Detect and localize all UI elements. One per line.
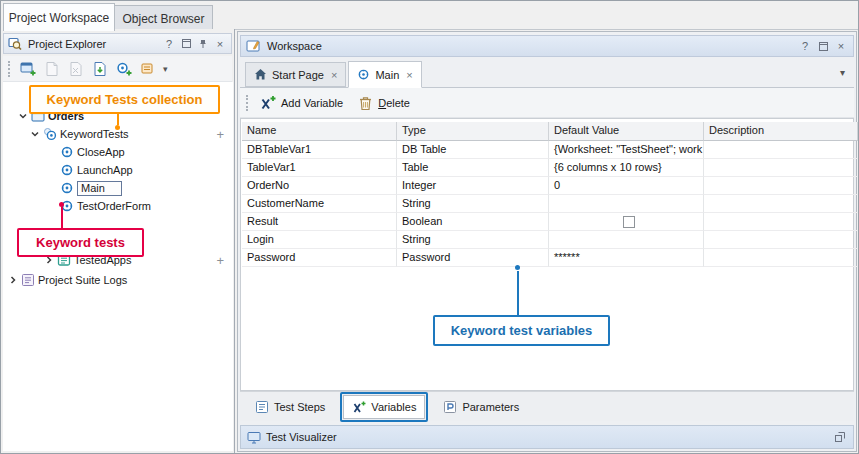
chevron-down-icon[interactable] (18, 111, 28, 121)
cell-description[interactable] (704, 141, 858, 159)
cell-default-value[interactable]: ****** (549, 249, 704, 267)
collection-callout: Keyword Tests collection (29, 85, 220, 114)
tab-start-page[interactable]: Start Page × (245, 62, 346, 87)
page-tabbar: Test Steps Variables Parameters (240, 391, 854, 421)
cell-default-value[interactable] (549, 195, 704, 213)
column-header-type: Type (397, 122, 549, 141)
cell-name[interactable]: CustomerName (242, 195, 397, 213)
add-tested-app-button[interactable]: + (216, 254, 224, 267)
cell-description[interactable] (704, 177, 858, 195)
tab-list-dropdown-icon[interactable]: ▾ (840, 67, 845, 78)
main-tabbar: Project Workspace Object Browser (1, 1, 858, 30)
tab-test-steps[interactable]: Test Steps (246, 395, 334, 419)
tab-variables[interactable]: Variables (343, 395, 425, 419)
cell-name[interactable]: TableVar1 (242, 159, 397, 177)
project-explorer-header: Project Explorer ? × (3, 33, 232, 54)
cell-type[interactable]: DB Table (397, 141, 549, 159)
close-icon[interactable]: × (834, 39, 848, 53)
close-tab-icon[interactable]: × (406, 69, 412, 81)
project-explorer-title: Project Explorer (28, 38, 159, 50)
toolbar-grip[interactable] (246, 95, 249, 111)
cell-type[interactable]: Table (397, 159, 549, 177)
variables-callout: Keyword test variables (433, 315, 610, 346)
tab-label: Variables (371, 401, 416, 413)
cell-default-value[interactable] (549, 231, 704, 249)
keyword-test-icon (60, 181, 74, 195)
float-window-icon[interactable] (833, 430, 847, 444)
tree-node-testorderform[interactable]: TestOrderForm (3, 197, 231, 215)
cell-description[interactable] (704, 195, 858, 213)
cell-name[interactable]: Login (242, 231, 397, 249)
cell-type[interactable]: Password (397, 249, 549, 267)
add-variable-button[interactable]: Add Variable (256, 93, 349, 113)
pin-icon[interactable] (196, 37, 210, 51)
delete-variable-button[interactable]: Delete (355, 93, 416, 113)
cell-default-value[interactable]: {Worksheet: "TestSheet"; work (549, 141, 704, 159)
tree-node-closeapp[interactable]: CloseApp (3, 143, 231, 161)
tree-node-label: TestOrderForm (77, 200, 151, 212)
project-explorer-icon (8, 37, 22, 51)
window-position-icon[interactable] (179, 37, 193, 51)
variables-icon (352, 400, 366, 414)
tree-node-label: CloseApp (77, 146, 125, 158)
cell-type[interactable]: Boolean (397, 213, 549, 231)
tree-node-label-selected: Main (77, 181, 122, 196)
add-existing-item-icon[interactable] (43, 60, 60, 77)
chevron-down-icon[interactable] (30, 129, 40, 139)
close-icon[interactable]: × (213, 37, 227, 51)
variables-table: Name Type Default Value Description DBTa… (242, 122, 858, 267)
tab-project-workspace[interactable]: Project Workspace (3, 3, 115, 31)
tests-callout-connector (61, 207, 63, 228)
tab-label: Main (375, 69, 399, 81)
app-window: Project Workspace Object Browser Project… (0, 0, 859, 454)
cell-description[interactable] (704, 159, 858, 177)
chevron-right-icon[interactable] (8, 275, 18, 285)
test-steps-icon (255, 400, 269, 414)
toolbar-dropdown-icon[interactable]: ▾ (163, 64, 168, 74)
cell-name[interactable]: Password (242, 249, 397, 267)
table-row: Result Boolean (242, 213, 858, 231)
cell-type[interactable]: String (397, 231, 549, 249)
variables-page: Name Type Default Value Description DBTa… (240, 118, 854, 391)
delete-item-icon[interactable] (67, 60, 84, 77)
tab-object-browser[interactable]: Object Browser (114, 5, 213, 31)
add-keyword-test-button[interactable]: + (216, 128, 224, 141)
cell-description[interactable] (704, 213, 858, 231)
result-default-checkbox[interactable] (623, 216, 635, 228)
cell-default-value[interactable]: {6 columns x 10 rows} (549, 159, 704, 177)
home-icon (254, 68, 267, 81)
organize-items-icon[interactable] (139, 60, 156, 77)
help-icon[interactable]: ? (798, 39, 812, 53)
workspace-title: Workspace (267, 40, 794, 52)
import-item-icon[interactable] (91, 60, 108, 77)
cell-default-value[interactable] (549, 213, 704, 231)
tree-node-main[interactable]: Main (3, 179, 231, 197)
table-row: Password Password ****** (242, 249, 858, 267)
delete-label: Delete (378, 97, 410, 109)
add-new-item-icon[interactable] (19, 60, 36, 77)
test-visualizer-bar[interactable]: Test Visualizer (240, 425, 854, 449)
tab-main[interactable]: Main × (348, 61, 421, 88)
keyword-tests-collection-icon (43, 127, 57, 141)
help-icon[interactable]: ? (162, 37, 176, 51)
new-keyword-test-icon[interactable] (115, 60, 132, 77)
cell-type[interactable]: Integer (397, 177, 549, 195)
parameters-icon (443, 400, 457, 414)
close-tab-icon[interactable]: × (331, 69, 337, 81)
cell-name[interactable]: OrderNo (242, 177, 397, 195)
window-position-icon[interactable] (816, 39, 830, 53)
toolbar-grip[interactable] (8, 61, 11, 77)
document-tabbar: Start Page × Main × ▾ (240, 59, 854, 88)
cell-name[interactable]: DBTableVar1 (242, 141, 397, 159)
variables-toolbar: Add Variable Delete (240, 88, 854, 118)
trash-icon (358, 95, 373, 111)
workspace-icon (246, 39, 260, 53)
cell-description[interactable] (704, 249, 858, 267)
cell-description[interactable] (704, 231, 858, 249)
tree-node-launchapp[interactable]: LaunchApp (3, 161, 231, 179)
tab-parameters[interactable]: Parameters (434, 395, 528, 419)
cell-type[interactable]: String (397, 195, 549, 213)
cell-default-value[interactable]: 0 (549, 177, 704, 195)
tree-node-project-suite-logs[interactable]: Project Suite Logs (3, 271, 231, 289)
cell-name[interactable]: Result (242, 213, 397, 231)
